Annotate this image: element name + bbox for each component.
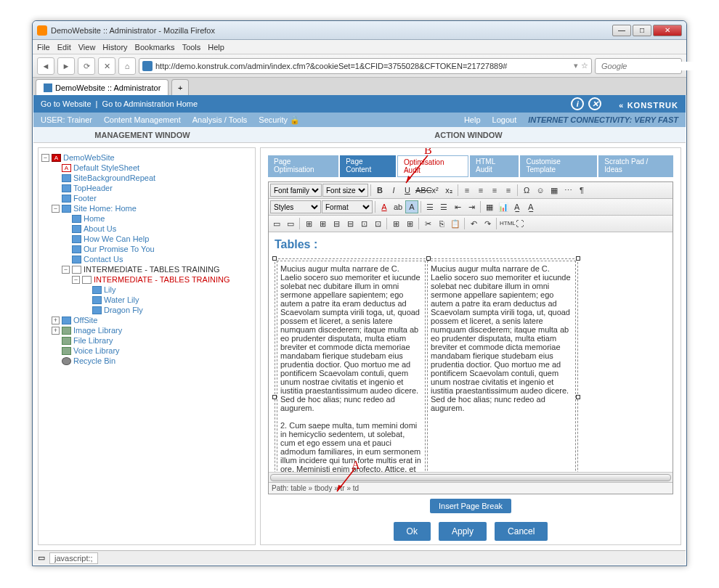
- menu-bookmarks[interactable]: Bookmarks: [135, 43, 175, 52]
- info-icon[interactable]: i: [571, 97, 584, 110]
- superscript-button[interactable]: x₂: [442, 184, 455, 197]
- menu-history[interactable]: History: [102, 43, 127, 52]
- more-1-button[interactable]: ⋯: [561, 184, 574, 197]
- styles-select[interactable]: Styles: [270, 200, 321, 213]
- go-to-website-link[interactable]: Go to Website: [41, 99, 92, 108]
- resize-handle[interactable]: [272, 395, 277, 399]
- tree-item[interactable]: How We Can Help: [62, 234, 252, 244]
- help-link[interactable]: Help: [464, 115, 481, 124]
- tree-item[interactable]: Footer: [52, 193, 252, 203]
- tab-scratch-pad[interactable]: Scratch Pad / Ideas: [598, 155, 673, 177]
- italic-button[interactable]: I: [387, 184, 400, 197]
- tree-item[interactable]: Water Lily: [82, 295, 252, 305]
- bookmark-star-icon[interactable]: ☆: [581, 61, 588, 70]
- browser-tab[interactable]: DemoWebsite :: Administrator: [36, 79, 168, 95]
- more-2-button[interactable]: ¶: [575, 184, 588, 197]
- ol-button[interactable]: ☰: [437, 200, 450, 213]
- underline-button[interactable]: U: [401, 184, 414, 197]
- table-button[interactable]: ▦: [483, 200, 496, 213]
- tree-item[interactable]: About Us: [62, 224, 252, 234]
- tab-optimisation-audit[interactable]: Optimisation Audit: [397, 155, 468, 177]
- ul-button[interactable]: ☰: [423, 200, 436, 213]
- tree-item[interactable]: Home: [62, 213, 252, 224]
- highlight-button[interactable]: A: [405, 200, 418, 213]
- bold-button[interactable]: B: [373, 184, 386, 197]
- ok-button[interactable]: Ok: [394, 522, 431, 541]
- subscript-button[interactable]: x²: [428, 184, 442, 197]
- tab-page-optimisation[interactable]: Page Optimisation: [268, 155, 338, 177]
- nav-security[interactable]: Security 🔒: [259, 115, 300, 125]
- tree-image-library[interactable]: +Image Library: [52, 325, 252, 335]
- align-center-button[interactable]: ≡: [474, 184, 487, 197]
- outdent-button[interactable]: ⇤: [451, 200, 464, 213]
- horizontal-scrollbar[interactable]: [269, 472, 673, 482]
- tree-item[interactable]: Lily: [82, 285, 252, 295]
- tree-item[interactable]: Our Promise To You: [62, 244, 252, 254]
- tb-5[interactable]: ⊟: [330, 217, 343, 230]
- menu-edit[interactable]: Edit: [57, 43, 71, 52]
- resize-handle[interactable]: [272, 256, 277, 261]
- align-justify-button[interactable]: ≡: [502, 184, 515, 197]
- tab-html-audit[interactable]: HTML Audit: [470, 155, 519, 177]
- menu-view[interactable]: View: [78, 43, 96, 52]
- tab-page-content[interactable]: Page Content: [340, 155, 396, 177]
- indent-button[interactable]: ⇥: [465, 200, 478, 213]
- url-input[interactable]: [155, 62, 571, 70]
- table-cell-1[interactable]: Mucius augur multa narrare de C. Laelio …: [277, 261, 426, 472]
- tree-root[interactable]: −ADemoWebSite: [41, 152, 252, 163]
- undo-button[interactable]: ↶: [467, 217, 480, 230]
- tree-recycle-bin[interactable]: Recycle Bin: [52, 356, 252, 366]
- tree-item[interactable]: Dragon Fly: [82, 305, 252, 315]
- home-button[interactable]: ⌂: [118, 57, 136, 75]
- close-app-icon[interactable]: ✕: [588, 97, 601, 110]
- omega-button[interactable]: Ω: [520, 184, 533, 197]
- minimize-button[interactable]: —: [612, 25, 631, 36]
- forecolor-button[interactable]: A: [378, 200, 391, 213]
- tree-item[interactable]: TopHeader: [52, 183, 252, 193]
- strike-button[interactable]: ABC: [415, 184, 428, 197]
- element-path[interactable]: Path: table » tbody » tr » td: [269, 482, 673, 494]
- link-int-button[interactable]: A̲: [524, 200, 537, 213]
- reload-button[interactable]: ⟳: [78, 57, 95, 75]
- tb-4[interactable]: ⊞: [316, 217, 329, 230]
- nav-analysis-tools[interactable]: Analysis / Tools: [192, 115, 248, 124]
- backcolor-button[interactable]: ab: [391, 200, 405, 213]
- tb-2[interactable]: ▭: [284, 217, 297, 230]
- titlebar[interactable]: DemoWebsite :: Administrator - Mozilla F…: [33, 21, 686, 40]
- tb-6[interactable]: ⊟: [344, 217, 357, 230]
- menu-tools[interactable]: Tools: [182, 43, 201, 52]
- tb-1[interactable]: ▭: [270, 217, 283, 230]
- close-button[interactable]: ✕: [653, 25, 682, 36]
- paste-button[interactable]: 📋: [449, 217, 462, 230]
- align-left-button[interactable]: ≡: [460, 184, 474, 197]
- chart-button[interactable]: 📊: [497, 200, 510, 213]
- align-right-button[interactable]: ≡: [488, 184, 501, 197]
- emoji-button[interactable]: ☺: [534, 184, 547, 197]
- tree-item[interactable]: ADefault StyleSheet: [52, 163, 252, 173]
- table-cell-2[interactable]: Mucius augur multa narrare de C. Laelio …: [427, 261, 576, 472]
- menu-file[interactable]: File: [37, 43, 50, 52]
- tree-intermediate-2[interactable]: −INTERMEDIATE - TABLES TRAINING: [72, 274, 252, 285]
- tree-offsite[interactable]: +OffSite: [52, 315, 252, 325]
- resize-handle[interactable]: [576, 395, 580, 399]
- stop-button[interactable]: ✕: [98, 57, 115, 75]
- tree-item[interactable]: Contact Us: [62, 254, 252, 264]
- tb-8[interactable]: ⊡: [371, 217, 384, 230]
- format-select[interactable]: Format: [322, 200, 373, 213]
- nav-content-management[interactable]: Content Management: [104, 115, 181, 124]
- font-size-select[interactable]: Font size: [322, 184, 368, 197]
- tb-7[interactable]: ⊡: [357, 217, 370, 230]
- url-bar[interactable]: ▾ ☆: [139, 58, 592, 74]
- cancel-button[interactable]: Cancel: [495, 522, 548, 541]
- maximize-button[interactable]: □: [633, 25, 651, 36]
- tab-customise-template[interactable]: Customise Template: [520, 155, 597, 177]
- tree-intermediate-1[interactable]: −INTERMEDIATE - TABLES TRAINING: [62, 264, 252, 274]
- redo-button[interactable]: ↷: [481, 217, 494, 230]
- tree-voice-library[interactable]: Voice Library: [52, 346, 252, 356]
- copy-button[interactable]: ⎘: [435, 217, 448, 230]
- fullscreen-button[interactable]: ⛶: [513, 217, 526, 230]
- image-button[interactable]: ▦: [548, 184, 561, 197]
- forward-button[interactable]: ►: [57, 57, 75, 75]
- go-to-admin-link[interactable]: Go to Administration Home: [102, 99, 198, 108]
- insert-page-break-button[interactable]: Insert Page Break: [430, 499, 511, 513]
